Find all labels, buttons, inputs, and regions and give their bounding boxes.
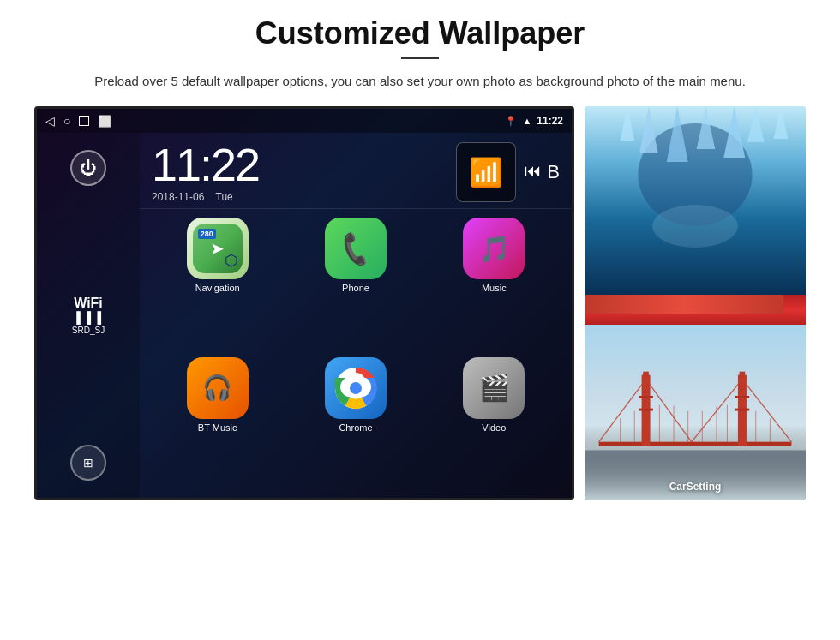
back-nav-icon[interactable]: ◁ [45, 114, 55, 128]
phone-label: Phone [342, 283, 369, 293]
android-center: 11:22 2018-11-06 Tue 📶 [140, 133, 572, 498]
apps-grid-button[interactable]: ⊞ [70, 445, 106, 481]
map-badge: 280 [198, 229, 216, 239]
wifi-bars: ▐▐▐ [72, 311, 105, 324]
bt-music-label: BT Music [198, 422, 237, 433]
title-divider [401, 57, 439, 59]
carsetting-overlay: CarSetting [585, 478, 806, 493]
video-icon: 🎬 [463, 357, 525, 419]
ice-svg [585, 106, 806, 295]
clock-block: 11:22 2018-11-06 Tue [152, 141, 259, 203]
status-time: 11:22 [537, 115, 563, 127]
svg-rect-20 [639, 409, 653, 411]
svg-rect-16 [599, 442, 792, 446]
app-grid: 280 ➤ ⬡ Navigation 📞 [140, 209, 572, 498]
power-icon: ⏻ [80, 159, 97, 178]
app-item-phone[interactable]: 📞 Phone [290, 218, 421, 350]
carsetting-label: CarSetting [669, 481, 722, 493]
wifi-ssid: SRD_SJ [72, 326, 105, 335]
svg-rect-38 [740, 372, 746, 379]
map-arrow: ➤ [210, 238, 225, 259]
phone-icon: 📞 [325, 218, 387, 279]
svg-point-2 [350, 382, 362, 394]
music-label: Music [482, 283, 507, 293]
svg-rect-22 [735, 409, 750, 411]
content-area: ◁ ○ ⬜ 📍 ▲ 11:22 ⏻ [34, 106, 806, 500]
media-icons: ⏮ B [525, 161, 560, 183]
app-item-navigation[interactable]: 280 ➤ ⬡ Navigation [152, 218, 283, 350]
chrome-label: Chrome [339, 422, 372, 433]
wifi-label: WiFi [72, 296, 105, 311]
bridge-svg [585, 325, 806, 500]
svg-rect-21 [735, 396, 750, 398]
map-compass: ⬡ [225, 251, 238, 270]
android-main: ⏻ WiFi ▐▐▐ SRD_SJ ⊞ [37, 133, 572, 498]
wallpaper-mid-bar [585, 295, 806, 325]
screenshot-icon: ⬜ [98, 115, 111, 128]
signal-widget: 📶 [456, 142, 516, 202]
location-icon: 📍 [505, 116, 517, 127]
wallpaper-container: CarSetting [585, 106, 806, 500]
svg-rect-37 [643, 372, 649, 379]
wallpaper-blue-ice[interactable] [585, 106, 806, 295]
next-label-icon: B [547, 161, 560, 183]
video-label: Video [482, 422, 506, 433]
status-left: ◁ ○ ⬜ [45, 114, 111, 128]
wifi-icon: ▲ [522, 116, 531, 126]
phone-symbol: 📞 [336, 229, 376, 268]
chrome-icon [325, 357, 387, 419]
clock-time: 11:22 [152, 141, 259, 188]
status-right: 📍 ▲ 11:22 [505, 115, 563, 127]
page-wrapper: Customized Wallpaper Preload over 5 defa… [0, 0, 840, 640]
mid-bar-inner [585, 295, 783, 314]
wallpaper-golden-gate[interactable]: CarSetting [585, 325, 806, 500]
signal-icon: 📶 [469, 156, 503, 188]
prev-track-icon[interactable]: ⏮ [525, 161, 542, 183]
clock-area: 11:22 2018-11-06 Tue 📶 [140, 133, 572, 209]
page-subtitle: Preload over 5 default wallpaper options… [94, 71, 746, 91]
grid-icon: ⊞ [83, 456, 93, 470]
app-item-video[interactable]: 🎬 Video [429, 357, 560, 490]
bluetooth-icon: 🎧 [202, 374, 232, 402]
status-bar: ◁ ○ ⬜ 📍 ▲ 11:22 [37, 109, 572, 133]
clock-right: 📶 ⏮ B [456, 142, 560, 202]
clapper-icon: 🎬 [478, 373, 510, 403]
bt-music-icon: 🎧 [187, 357, 249, 419]
android-sidebar: ⏻ WiFi ▐▐▐ SRD_SJ ⊞ [37, 133, 140, 498]
navigation-icon: 280 ➤ ⬡ [187, 218, 249, 279]
svg-point-12 [652, 205, 738, 248]
app-item-chrome[interactable]: Chrome [290, 357, 421, 490]
music-note-icon: 🎵 [478, 234, 510, 264]
svg-rect-19 [639, 396, 653, 398]
music-icon: 🎵 [463, 218, 525, 279]
navigation-label: Navigation [195, 283, 240, 293]
android-screen: ◁ ○ ⬜ 📍 ▲ 11:22 ⏻ [34, 106, 574, 500]
chrome-svg [333, 366, 378, 410]
page-title: Customized Wallpaper [255, 15, 585, 51]
recents-icon[interactable] [79, 116, 89, 126]
clock-date: 2018-11-06 Tue [152, 191, 259, 203]
wifi-info: WiFi ▐▐▐ SRD_SJ [72, 296, 105, 335]
app-item-music[interactable]: 🎵 Music [429, 218, 560, 350]
power-button[interactable]: ⏻ [70, 150, 106, 186]
app-item-bt-music[interactable]: 🎧 BT Music [152, 357, 283, 490]
home-icon[interactable]: ○ [63, 114, 70, 128]
